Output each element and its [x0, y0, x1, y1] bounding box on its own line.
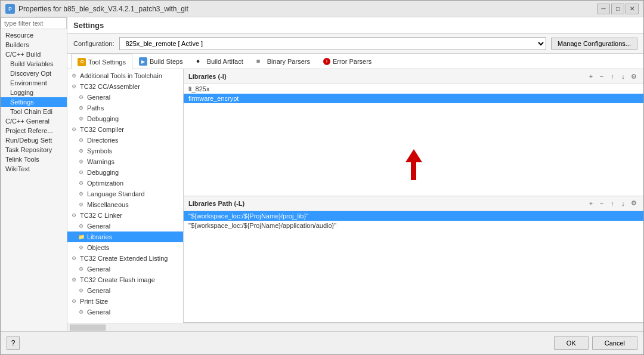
settings-area: Settings Configuration: 825x_ble_remote …: [67, 17, 643, 331]
sidebar-item-environment[interactable]: Environment: [1, 78, 67, 88]
sidebar-item-discovery-opt[interactable]: Discovery Opt: [1, 69, 67, 78]
libraries-path-header: Libraries Path (-L) + − ↑ ↓ ⚙: [184, 196, 643, 211]
help-button[interactable]: ?: [7, 337, 20, 350]
tree-item-cc-debugging[interactable]: ⚙ Debugging: [67, 113, 183, 124]
title-bar-left: P Properties for b85_ble_sdk_V3.4.2.1_pa…: [5, 4, 188, 14]
gear-icon: ⚙: [77, 115, 85, 123]
sidebar-item-build-variables[interactable]: Build Variables: [1, 59, 67, 69]
tree-item-extended-general[interactable]: ⚙ General: [67, 264, 183, 274]
sidebar-item-task-repository[interactable]: Task Repository: [1, 145, 67, 155]
tree-item-print-general[interactable]: ⚙ General: [67, 307, 183, 317]
tool-settings-icon: ⚙: [78, 58, 86, 66]
path-item-proj-lib[interactable]: "${workspace_loc:/${ProjName}/proj_lib}": [184, 211, 643, 221]
tree-item-optimization[interactable]: ⚙ Optimization: [67, 178, 183, 189]
tree-item-libraries[interactable]: 📁 Libraries: [67, 231, 183, 242]
cancel-button[interactable]: Cancel: [592, 337, 637, 350]
path-delete-button[interactable]: −: [597, 199, 606, 208]
sidebar-item-tool-chain-editor[interactable]: Tool Chain Edi: [1, 107, 67, 116]
content-area: ⚙ Additional Tools in Toolchain ⚙ TC32 C…: [67, 69, 643, 323]
tree-item-warnings[interactable]: ⚙ Warnings: [67, 156, 183, 167]
arrow-area: [184, 134, 643, 195]
libraries-up-button[interactable]: ↑: [608, 72, 617, 81]
config-select[interactable]: 825x_ble_remote [ Active ]: [119, 37, 547, 50]
gear-icon: ⚙: [70, 125, 78, 134]
tab-build-steps[interactable]: ▶ Build Steps: [132, 54, 190, 69]
libraries-delete-button[interactable]: −: [597, 72, 606, 81]
filter-input[interactable]: [1, 17, 67, 29]
bottom-bar: ? OK Cancel: [1, 331, 643, 354]
gear-icon: ⚙: [70, 254, 78, 263]
tree-item-linker-general[interactable]: ⚙ General: [67, 221, 183, 231]
tree-item-paths[interactable]: ⚙ Paths: [67, 103, 183, 113]
ok-button[interactable]: OK: [554, 337, 589, 350]
path-up-button[interactable]: ↑: [608, 199, 617, 208]
config-label: Configuration:: [73, 40, 114, 47]
tree-item-flash-general[interactable]: ⚙ General: [67, 285, 183, 296]
sidebar-item-cpp-general[interactable]: C/C++ General: [1, 116, 67, 126]
sidebar-item-settings[interactable]: Settings: [1, 97, 67, 107]
gear-icon: ⚙: [77, 93, 85, 101]
sidebar-item-wikitext[interactable]: WikiText: [1, 164, 67, 174]
tab-tool-settings-label: Tool Settings: [88, 58, 126, 66]
libraries-add-button[interactable]: +: [586, 72, 596, 81]
tab-build-artifact[interactable]: ● Build Artifact: [190, 54, 250, 69]
libraries-path-list: "${workspace_loc:/${ProjName}/proj_lib}"…: [184, 211, 643, 323]
horizontal-scrollbar[interactable]: [67, 323, 643, 331]
sidebar-item-project-references[interactable]: Project Refere...: [1, 126, 67, 135]
tree-item-tc32-flash-image[interactable]: ⚙ TC32 Create Flash image: [67, 274, 183, 285]
tab-tool-settings[interactable]: ⚙ Tool Settings: [71, 54, 132, 69]
gear-icon: ⚙: [77, 243, 85, 252]
maximize-button[interactable]: □: [611, 4, 624, 14]
tree-item-symbols[interactable]: ⚙ Symbols: [67, 146, 183, 156]
gear-icon: ⚙: [77, 147, 85, 155]
libraries-header: Libraries (-l) + − ↑ ↓ ⚙: [184, 69, 643, 84]
sidebar-item-resource[interactable]: Resource: [1, 30, 67, 40]
libraries-path-actions: + − ↑ ↓ ⚙: [586, 199, 639, 208]
tab-error-parsers-label: Error Parsers: [333, 58, 371, 65]
title-controls: ─ □ ✕: [597, 4, 639, 14]
path-settings-button[interactable]: ⚙: [629, 199, 639, 208]
library-item-lt825x[interactable]: lt_825x: [184, 84, 643, 94]
tree-item-tc32-c-linker[interactable]: ⚙ TC32 C Linker: [67, 210, 183, 221]
path-add-button[interactable]: +: [586, 199, 596, 208]
manage-configurations-button[interactable]: Manage Configurations...: [551, 38, 637, 50]
libraries-settings-button[interactable]: ⚙: [629, 72, 639, 81]
sidebar-item-cpp-build[interactable]: C/C++ Build: [1, 50, 67, 59]
sidebar-item-builders[interactable]: Builders: [1, 40, 67, 50]
tree-item-tc32-cc-assembler[interactable]: ⚙ TC32 CC/Assembler: [67, 81, 183, 92]
tree-item-language-standard[interactable]: ⚙ Language Standard: [67, 189, 183, 199]
scrollbar-thumb[interactable]: [70, 325, 106, 331]
tree-item-tc32-compiler[interactable]: ⚙ TC32 Compiler: [67, 124, 183, 135]
main-content: Resource Builders C/C++ Build Build Vari…: [1, 17, 643, 331]
path-item-application-audio[interactable]: "${workspace_loc:/${ProjName}/applicatio…: [184, 221, 643, 230]
binary-parsers-icon: ■: [256, 57, 265, 66]
path-down-button[interactable]: ↓: [618, 199, 628, 208]
settings-header: Settings: [67, 17, 643, 34]
tree-item-print-size[interactable]: ⚙ Print Size: [67, 296, 183, 307]
tab-binary-parsers[interactable]: ■ Binary Parsers: [250, 54, 317, 69]
tree-item-miscellaneous[interactable]: ⚙ Miscellaneous: [67, 199, 183, 210]
tree-item-additional-tools[interactable]: ⚙ Additional Tools in Toolchain: [67, 70, 183, 81]
gear-icon: ⚙: [77, 190, 85, 198]
gear-icon: ⚙: [70, 82, 78, 91]
library-item-firmware-encrypt[interactable]: firmware_encrypt: [184, 94, 643, 103]
sidebar-item-run-debug[interactable]: Run/Debug Sett: [1, 135, 67, 145]
sidebar-item-telink-tools[interactable]: Telink Tools: [1, 155, 67, 164]
close-button[interactable]: ✕: [626, 4, 639, 14]
sidebar-item-logging[interactable]: Logging: [1, 88, 67, 97]
gear-icon: ⚙: [77, 265, 85, 273]
tree-item-compiler-debugging[interactable]: ⚙ Debugging: [67, 167, 183, 178]
libraries-panel: Libraries (-l) + − ↑ ↓ ⚙ lt_825x fir: [184, 69, 643, 196]
libraries-label: Libraries (-l): [188, 73, 227, 80]
tree-item-tc32-extended-listing[interactable]: ⚙ TC32 Create Extended Listing: [67, 253, 183, 264]
tree-item-cc-general[interactable]: ⚙ General: [67, 92, 183, 103]
libraries-down-button[interactable]: ↓: [618, 72, 628, 81]
tree-panel: ⚙ Additional Tools in Toolchain ⚙ TC32 C…: [67, 69, 184, 323]
tab-error-parsers[interactable]: ! Error Parsers: [317, 54, 378, 69]
minimize-button[interactable]: ─: [597, 4, 610, 14]
tree-item-objects[interactable]: ⚙ Objects: [67, 242, 183, 253]
gear-icon: ⚙: [77, 200, 85, 209]
tab-build-artifact-label: Build Artifact: [207, 58, 243, 65]
tree-item-directories[interactable]: ⚙ Directories: [67, 135, 183, 146]
libraries-path-panel: Libraries Path (-L) + − ↑ ↓ ⚙ "${workspa…: [184, 196, 643, 323]
